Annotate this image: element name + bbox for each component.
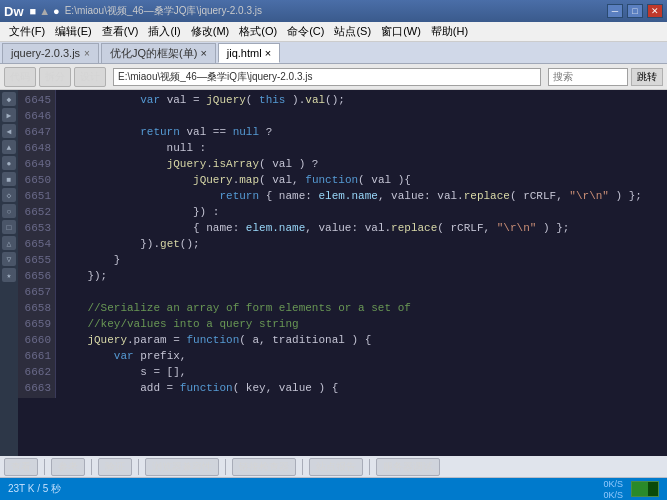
menu-site[interactable]: 站点(S) — [329, 24, 376, 39]
split-view-button[interactable]: 拆分 — [39, 67, 71, 87]
toolbar-separator-3 — [138, 459, 139, 475]
code-editor[interactable]: 6645 6646 6647 6648 6649 6650 6651 6652 … — [18, 90, 667, 456]
toolbar: 代码 拆分 设计 E:\miaou\视频_46—桑学iQ库\jquery-2.0… — [0, 64, 667, 90]
code-line-6650: jQuery.map( val, function( val ){ — [61, 172, 663, 188]
menu-modify[interactable]: 修改(M) — [186, 24, 235, 39]
titlebar-sep: ▲ — [39, 5, 50, 17]
gutter-icon-9[interactable]: □ — [2, 220, 16, 234]
gutter-icon-8[interactable]: ○ — [2, 204, 16, 218]
code-line-6647: return val == null ? — [61, 124, 663, 140]
titlebar-icon1[interactable]: ■ — [30, 5, 37, 17]
line-numbers: 6645 6646 6647 6648 6649 6650 6651 6652 … — [18, 90, 56, 398]
code-line-6659: //key/values into a query string — [61, 316, 663, 332]
validate-button[interactable]: 验证 — [98, 458, 132, 476]
gutter-icon-1[interactable]: ◆ — [2, 92, 16, 106]
tab-html-label: jiq.html × — [227, 47, 271, 59]
file-path-display: E:\miaou\视频_46—桑学iQ库\jquery-2.0.3.js — [113, 68, 541, 86]
code-line-6651: return { name: elem.name, value: val.rep… — [61, 188, 663, 204]
menu-insert[interactable]: 插入(I) — [143, 24, 185, 39]
code-line-6645: var val = jQuery( this ).val(); — [61, 92, 663, 108]
gutter-icon-12[interactable]: ★ — [2, 268, 16, 282]
tab-optimize-label: 优化JQ的框架(单) × — [110, 46, 207, 61]
view-button[interactable]: 查看 — [4, 458, 38, 476]
statusbar-right: 0K/S 0K/S — [603, 479, 659, 500]
code-line-6646 — [61, 108, 663, 124]
gutter-icon-7[interactable]: ◇ — [2, 188, 16, 202]
toolbar-separator-4 — [225, 459, 226, 475]
browser-compat-button[interactable]: 浏览器兼容性 — [145, 458, 219, 476]
statusbar-left: 23T K / 5 秒 — [8, 482, 61, 496]
server-debug-button[interactable]: 服务器调试 — [376, 458, 440, 476]
tab-jquery-label: jquery-2.0.3.js — [11, 47, 80, 59]
code-line-6655: } — [61, 252, 663, 268]
maximize-button[interactable]: □ — [627, 4, 643, 18]
dw-logo: Dw — [4, 4, 24, 19]
menu-format[interactable]: 格式(O) — [234, 24, 282, 39]
gutter-icon-4[interactable]: ▲ — [2, 140, 16, 154]
gutter-icon-6[interactable]: ■ — [2, 172, 16, 186]
toolbar-separator-1 — [44, 459, 45, 475]
bottom-toolbar: 查看 参考 验证 浏览器兼容性 链接检查器 站点报告 服务器调试 — [0, 456, 667, 478]
code-content[interactable]: var val = jQuery( this ).val(); return v… — [57, 90, 667, 456]
code-line-6648: null : — [61, 140, 663, 156]
gutter-icon-11[interactable]: ▽ — [2, 252, 16, 266]
code-line-6661: var prefix, — [61, 348, 663, 364]
cursor-position: 23T K / 5 秒 — [8, 482, 61, 496]
tab-html[interactable]: jiq.html × — [218, 43, 280, 63]
toolbar-separator-2 — [91, 459, 92, 475]
reference-button[interactable]: 参考 — [51, 458, 85, 476]
tabbar: jquery-2.0.3.js × 优化JQ的框架(单) × jiq.html … — [0, 42, 667, 64]
menu-command[interactable]: 命令(C) — [282, 24, 329, 39]
code-line-6660: jQuery.param = function( a, traditional … — [61, 332, 663, 348]
code-line-6658: //Serialize an array of form elements or… — [61, 300, 663, 316]
titlebar-icon2[interactable]: ● — [53, 5, 60, 17]
tab-jquery[interactable]: jquery-2.0.3.js × — [2, 43, 99, 63]
search-input[interactable] — [548, 68, 628, 86]
jump-button[interactable]: 跳转 — [631, 68, 663, 86]
statusbar: 23T K / 5 秒 0K/S 0K/S — [0, 478, 667, 500]
menu-window[interactable]: 窗口(W) — [376, 24, 426, 39]
code-line-6654: }).get(); — [61, 236, 663, 252]
main-area: ◆ ▶ ◀ ▲ ● ■ ◇ ○ □ △ ▽ ★ 6645 6646 6647 6… — [0, 90, 667, 456]
code-line-6656: }); — [61, 268, 663, 284]
gutter-icon-10[interactable]: △ — [2, 236, 16, 250]
menu-view[interactable]: 查看(V) — [97, 24, 144, 39]
menubar: 文件(F) 编辑(E) 查看(V) 插入(I) 修改(M) 格式(O) 命令(C… — [0, 22, 667, 42]
toolbar-separator-5 — [302, 459, 303, 475]
toolbar-separator-6 — [369, 459, 370, 475]
design-view-button[interactable]: 设计 — [74, 67, 106, 87]
link-checker-button[interactable]: 链接检查器 — [232, 458, 296, 476]
tab-jquery-close[interactable]: × — [84, 48, 90, 59]
minimize-button[interactable]: ─ — [607, 4, 623, 18]
code-view-button[interactable]: 代码 — [4, 67, 36, 87]
site-report-button[interactable]: 站点报告 — [309, 458, 363, 476]
code-line-6662: s = [], — [61, 364, 663, 380]
titlebar-path: E:\miaou\视频_46—桑学JQ库\jquery-2.0.3.js — [65, 4, 262, 18]
menu-edit[interactable]: 编辑(E) — [50, 24, 97, 39]
code-line-6657 — [61, 284, 663, 300]
perf-bar-fill — [632, 482, 648, 496]
left-gutter: ◆ ▶ ◀ ▲ ● ■ ◇ ○ □ △ ▽ ★ — [0, 90, 18, 456]
gutter-icon-5[interactable]: ● — [2, 156, 16, 170]
tab-optimize[interactable]: 优化JQ的框架(单) × — [101, 43, 216, 63]
code-line-6663: add = function( key, value ) { — [61, 380, 663, 396]
code-line-6653: { name: elem.name, value: val.replace( r… — [61, 220, 663, 236]
menu-file[interactable]: 文件(F) — [4, 24, 50, 39]
download-speed: 0K/S — [603, 490, 623, 500]
close-button[interactable]: ✕ — [647, 4, 663, 18]
menu-help[interactable]: 帮助(H) — [426, 24, 473, 39]
titlebar: Dw ■ ▲ ● E:\miaou\视频_46—桑学JQ库\jquery-2.0… — [0, 0, 667, 22]
code-line-6652: }) : — [61, 204, 663, 220]
titlebar-controls: ─ □ ✕ — [607, 4, 663, 18]
code-line-6649: jQuery.isArray( val ) ? — [61, 156, 663, 172]
upload-speed: 0K/S — [603, 479, 623, 489]
network-speeds: 0K/S 0K/S — [603, 479, 623, 500]
performance-indicator — [631, 481, 659, 497]
gutter-icon-3[interactable]: ◀ — [2, 124, 16, 138]
gutter-icon-2[interactable]: ▶ — [2, 108, 16, 122]
